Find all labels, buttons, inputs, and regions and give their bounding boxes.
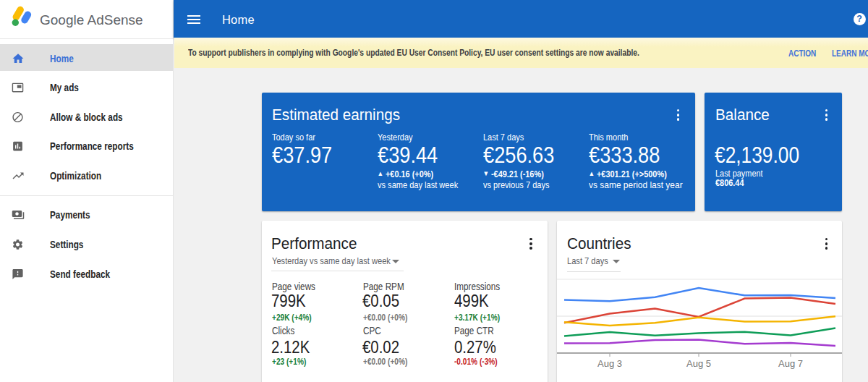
svg-text:Aug 5: Aug 5 [686,358,711,369]
svg-text:Aug 3: Aug 3 [597,358,622,369]
svg-text:Aug 7: Aug 7 [778,358,803,369]
